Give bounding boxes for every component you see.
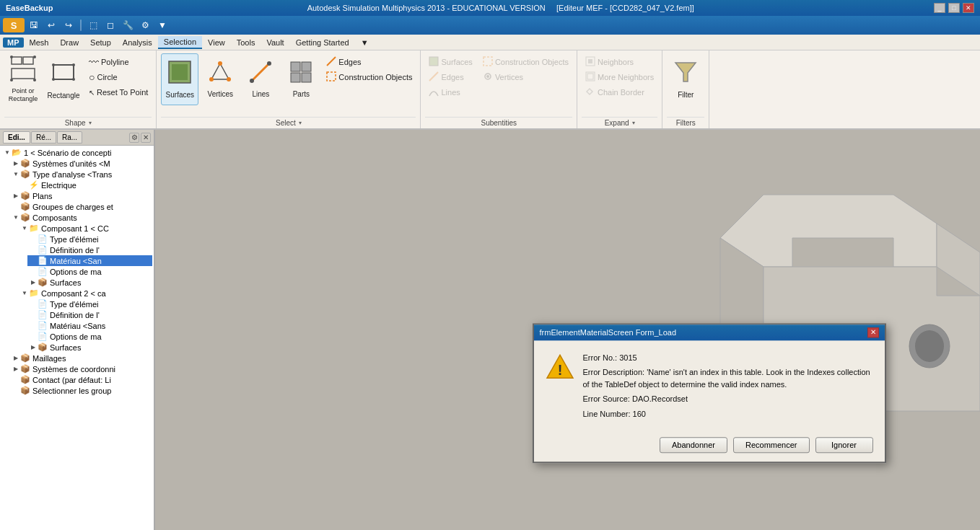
construction-objects-button[interactable]: Construction Objects <box>323 70 416 84</box>
qa-btn-2[interactable]: ◻ <box>102 18 118 32</box>
vertices-label: Vertices <box>208 90 234 99</box>
tree-item-maillages[interactable]: ▶ 📦 Maillages <box>10 353 152 363</box>
tree-item-plans[interactable]: ▶ 📦 Plans <box>10 190 152 201</box>
tree-item-contact[interactable]: 📦 Contact (par défaut: Li <box>10 374 152 385</box>
sub-surfaces-button[interactable]: Surfaces <box>425 55 476 69</box>
error-line: Line Number: 160 <box>583 408 873 420</box>
qa-btn-4[interactable]: ⚙ <box>137 18 153 32</box>
dialog-close-button[interactable]: ✕ <box>867 327 879 337</box>
menu-view[interactable]: View <box>202 37 231 48</box>
point-rectangle-button[interactable]: Point orRectangle <box>4 53 42 105</box>
svg-text:!: ! <box>557 362 562 378</box>
qa-dropdown[interactable]: ▼ <box>154 18 170 32</box>
ribbon-group-select: Surfaces Vertices <box>157 50 421 128</box>
rectangle-button[interactable]: Rectangle <box>45 53 82 105</box>
chain-border-icon <box>585 87 595 99</box>
undo-button[interactable]: ↩ <box>43 18 59 32</box>
svg-rect-21 <box>291 62 300 71</box>
maximize-button[interactable]: □ <box>948 3 960 13</box>
tree-item-options1[interactable]: 📄 Options de ma <box>27 266 152 277</box>
redo-button[interactable]: ↪ <box>61 18 76 32</box>
expand-scenario[interactable]: ▼ <box>3 149 12 157</box>
sub-lines-button[interactable]: Lines <box>425 85 476 100</box>
tree-item-composant1[interactable]: ▼ 📁 Composant 1 < CC <box>19 223 152 234</box>
separator1 <box>80 19 82 31</box>
sub-edges-icon <box>429 71 439 84</box>
tree-item-surfaces1[interactable]: ▶ 📦 Surfaces <box>27 277 152 288</box>
tab-re[interactable]: Ré... <box>31 131 56 143</box>
qa-btn-1[interactable]: ⬚ <box>85 18 101 32</box>
more-neighbors-button[interactable]: More Neighbors <box>582 70 657 84</box>
circle-label: Circle <box>97 73 117 81</box>
polyline-button[interactable]: 〰 Polyline <box>85 55 152 69</box>
svg-line-18 <box>252 63 269 81</box>
panel-settings-btn[interactable]: ⚙ <box>129 133 139 143</box>
tree-item-materiau2[interactable]: 📄 Matériau <Sans <box>27 320 152 331</box>
expand-content: Neighbors More Neighbors Chain Border <box>582 53 657 115</box>
menu-tools[interactable]: Tools <box>231 37 261 48</box>
menu-getting-started[interactable]: Getting Started <box>290 37 355 48</box>
sub-construction-button[interactable]: Construction Objects <box>479 55 572 69</box>
chain-border-button[interactable]: Chain Border <box>582 85 657 100</box>
ribbon-group-expand: Neighbors More Neighbors Chain Border <box>577 50 662 128</box>
sub-edges-button[interactable]: Edges <box>425 70 476 84</box>
menu-setup[interactable]: Setup <box>84 37 117 48</box>
subentities-content: Surfaces Edges Lines <box>425 53 572 115</box>
tree-item-def1[interactable]: 📄 Définition de l' <box>27 244 152 255</box>
sub-vertices-button[interactable]: Vertices <box>479 70 572 84</box>
tree-item-composant2[interactable]: ▼ 📁 Composant 2 < ca <box>19 288 152 299</box>
tree-item-type-analyse[interactable]: ▼ 📦 Type d'analyse <Trans <box>10 169 152 180</box>
lines-button[interactable]: Lines <box>242 53 279 105</box>
neighbors-button[interactable]: Neighbors <box>582 55 657 69</box>
surfaces-button[interactable]: Surfaces <box>161 53 198 105</box>
tab-edi[interactable]: Edi... <box>3 131 30 143</box>
tree-item-options2[interactable]: 📄 Options de ma <box>27 331 152 342</box>
edges-button[interactable]: Edges <box>323 55 416 69</box>
tree-item-unites[interactable]: ▶ 📦 Systèmes d'unités <M <box>10 158 152 169</box>
close-button[interactable]: ✕ <box>963 3 974 13</box>
error-source: Error Source: DAO.Recordset <box>583 393 873 405</box>
recommencer-button[interactable]: Recommencer <box>733 437 810 453</box>
select-expand-arrow[interactable]: ▾ <box>299 120 302 126</box>
menu-mesh[interactable]: Mesh <box>24 37 55 48</box>
abandonner-button[interactable]: Abandonner <box>660 437 727 453</box>
menu-more[interactable]: ▼ <box>355 37 375 48</box>
viewport[interactable]: frmElementMaterialScreen Form_Load ✕ ! E… <box>155 130 980 530</box>
dialog-title-text: frmElementMaterialScreen Form_Load <box>540 328 677 337</box>
tree-item-electrique[interactable]: ⚡ Electrique <box>19 180 152 190</box>
shape-expand-arrow[interactable]: ▾ <box>89 120 92 126</box>
tree-item-groupes[interactable]: 📦 Groupes de charges et <box>10 201 152 212</box>
expand-group-arrow[interactable]: ▾ <box>632 120 635 126</box>
tree-item-composants[interactable]: ▼ 📦 Composants <box>10 212 152 223</box>
minimize-button[interactable]: _ <box>934 3 945 13</box>
reset-to-point-button[interactable]: ↖ Reset To Point <box>85 85 152 100</box>
tree-item-def2[interactable]: 📄 Définition de l' <box>27 309 152 320</box>
tree-item-scenario[interactable]: ▼ 📂 1 < Scénario de concepti <box>1 147 152 158</box>
tree-item-materiau1[interactable]: 📄 Matériau <San <box>27 255 152 266</box>
polyline-icon: 〰 <box>89 56 99 68</box>
svg-rect-2 <box>12 69 35 79</box>
sub-construction-icon <box>483 56 493 69</box>
vertices-button[interactable]: Vertices <box>201 53 239 105</box>
tree-item-type-elem2[interactable]: 📄 Type d'élémei <box>27 299 152 309</box>
tree-item-type-elem1[interactable]: 📄 Type d'élémei <box>27 234 152 244</box>
tree-item-surfaces2[interactable]: ▶ 📦 Surfaces <box>27 342 152 353</box>
panel-close-btn[interactable]: ✕ <box>141 133 151 143</box>
tab-ra[interactable]: Ra... <box>57 131 82 143</box>
ignorer-button[interactable]: Ignorer <box>815 437 873 453</box>
parts-button[interactable]: Parts <box>282 53 320 105</box>
menu-draw[interactable]: Draw <box>54 37 84 48</box>
tree-item-systemes-coord[interactable]: ▶ 📦 Systèmes de coordonni <box>10 363 152 374</box>
menu-analysis[interactable]: Analysis <box>117 37 158 48</box>
menu-vault[interactable]: Vault <box>261 37 289 48</box>
circle-button[interactable]: ○ Circle <box>85 70 152 84</box>
mp-button[interactable]: S <box>3 18 25 32</box>
menu-selection[interactable]: Selection <box>158 36 202 49</box>
shape-label: Shape ▾ <box>4 117 152 127</box>
filter-button[interactable]: Filter <box>667 53 704 105</box>
qa-btn-3[interactable]: 🔧 <box>120 18 136 32</box>
svg-rect-1 <box>23 57 33 64</box>
save-button[interactable]: 🖫 <box>26 18 42 32</box>
tree-item-selectionner[interactable]: 📦 Sélectionner les group <box>10 385 152 396</box>
menu-mp[interactable]: MP <box>3 37 24 48</box>
